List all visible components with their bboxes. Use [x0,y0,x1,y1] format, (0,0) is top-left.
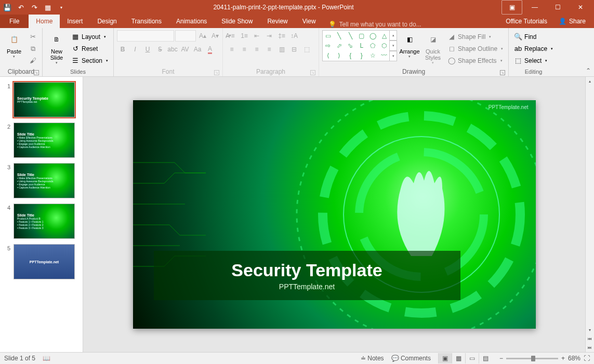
cut-button[interactable]: ✂ [27,31,39,42]
drawing-dialog-launcher[interactable]: ↘ [500,70,505,75]
decrease-indent-button[interactable]: ⇤ [251,30,262,42]
slide-thumbnail-panel[interactable]: 1 Security TemplatePPTTemplate.net 2 Sli… [0,77,83,352]
char-spacing-button[interactable]: AV [179,44,191,55]
align-left-button[interactable]: ≡ [226,44,237,55]
font-dialog-launcher[interactable]: ↘ [214,70,219,75]
sorter-view-button[interactable]: ▦ [452,353,465,363]
font-color-button[interactable]: A [204,44,216,55]
undo-icon[interactable]: ↶ [17,3,25,11]
italic-button[interactable]: I [129,44,141,55]
format-painter-button[interactable]: 🖌 [27,55,39,66]
slide-thumbnail-3[interactable]: Slide Title• Make Effective Presentation… [14,163,75,198]
zoom-out-button[interactable]: − [499,355,503,362]
paragraph-dialog-launcher[interactable]: ↘ [310,70,315,75]
maximize-button[interactable]: ☐ [547,0,568,15]
change-case-button[interactable]: Aa [192,44,203,55]
select-button[interactable]: ⬚Select ▾ [512,55,555,66]
tell-me-input[interactable] [339,21,443,28]
replace-button[interactable]: abReplace ▾ [512,43,555,54]
copy-button[interactable]: ⧉ [27,43,39,54]
bold-button[interactable]: B [117,44,128,55]
paste-button[interactable]: 📋 Paste ▾ [3,30,25,65]
shapes-gallery[interactable]: ▭╲╲▢◯△ ⇨⬀⬂L⬠⬡ ⟨⟩{}☆〰 [322,30,390,61]
shadow-button[interactable]: abc [167,44,178,55]
tab-transitions[interactable]: Transitions [124,15,169,28]
shape-effects-button[interactable]: ◯Shape Effects ▾ [445,55,505,66]
slide-counter[interactable]: Slide 1 of 5 [4,355,35,362]
quick-styles-button[interactable]: ◪ Quick Styles ▾ [422,30,444,65]
section-button[interactable]: ☰Section ▾ [69,55,110,66]
columns-button[interactable]: ▥ [276,44,287,55]
arrange-button[interactable]: ◧ Arrange ▾ [399,30,420,65]
slide-thumbnail-2[interactable]: Slide Title• Make Effective Presentation… [14,123,75,158]
tab-file[interactable]: File [0,15,29,28]
next-slide-icon[interactable]: ⏭ [586,343,594,352]
clear-formatting-icon[interactable]: A̶ [222,30,233,42]
tab-review[interactable]: Review [260,15,295,28]
tell-me-search[interactable]: 💡 [328,21,443,28]
tab-home[interactable]: Home [29,15,60,28]
text-direction-button[interactable]: ↕A [288,30,300,42]
slide-editor-area[interactable]: PPTTemplate.net Security Template PPTTem… [83,77,585,352]
normal-view-button[interactable]: ▣ [438,353,452,363]
reading-view-button[interactable]: ▭ [465,353,479,363]
scroll-up-icon[interactable]: ▴ [586,77,594,86]
shape-outline-button[interactable]: ◻Shape Outline ▾ [445,43,505,54]
start-from-beginning-icon[interactable]: ▦ [44,3,52,11]
title-text-box[interactable]: Security Template PPTTemplate.net [154,251,460,300]
qat-customize-icon[interactable]: ▾ [57,3,65,11]
find-button[interactable]: 🔍Find [512,31,555,42]
tab-view[interactable]: View [295,15,323,28]
strikethrough-button[interactable]: S̶ [154,44,166,55]
align-right-button[interactable]: ≡ [251,44,262,55]
notes-button[interactable]: ≐ Notes [361,355,384,362]
increase-indent-button[interactable]: ⇥ [263,30,275,42]
close-button[interactable]: ✕ [570,0,591,15]
tab-animations[interactable]: Animations [169,15,214,28]
decrease-font-icon[interactable]: A▾ [209,30,221,42]
font-family-combo[interactable] [117,30,174,42]
slide-thumbnail-5[interactable]: PPTTemplate.net [14,244,75,279]
tab-insert[interactable]: Insert [60,15,90,28]
slide-canvas[interactable]: PPTTemplate.net Security Template PPTTem… [133,100,536,329]
font-size-combo[interactable] [175,30,196,42]
bullets-button[interactable]: •≡ [226,30,237,42]
slide-subtitle[interactable]: PPTTemplate.net [279,282,335,291]
justify-button[interactable]: ≡ [263,44,275,55]
numbering-button[interactable]: 1≡ [239,30,250,42]
scroll-down-icon[interactable]: ▾ [586,326,594,334]
prev-slide-icon[interactable]: ⏮ [586,334,594,343]
minimize-button[interactable]: — [524,0,545,15]
zoom-level[interactable]: 68% [568,355,580,362]
collapse-ribbon-icon[interactable]: ⌃ [583,28,594,76]
new-slide-button[interactable]: 🗎 New Slide ▾ [46,30,68,65]
shape-fill-button[interactable]: ◢Shape Fill ▾ [445,31,505,42]
comments-button[interactable]: 💬 Comments [391,355,431,362]
layout-button[interactable]: ▦Layout ▾ [69,31,110,42]
ribbon-display-options-icon[interactable]: ▣ [501,0,522,15]
redo-icon[interactable]: ↷ [30,3,38,11]
align-center-button[interactable]: ≡ [239,44,250,55]
underline-button[interactable]: U [142,44,153,55]
slide-thumbnail-4[interactable]: Slide TitleProduct A Product B • Feature… [14,204,75,239]
zoom-in-button[interactable]: + [561,355,565,362]
tab-slideshow[interactable]: Slide Show [214,15,260,28]
increase-font-icon[interactable]: A▴ [197,30,208,42]
reset-button[interactable]: ↺Reset [69,43,110,54]
office-tutorials-link[interactable]: Office Tutorials [499,15,553,28]
smartart-button[interactable]: ⬚ [301,44,312,55]
line-spacing-button[interactable]: ‡≡ [276,30,287,42]
slide-title[interactable]: Security Template [231,260,382,280]
spell-check-icon[interactable]: 📖 [43,355,50,362]
shapes-gallery-scroll[interactable]: ▴▾▾ [390,30,397,61]
save-icon[interactable]: 💾 [3,3,11,11]
align-text-button[interactable]: ⊟ [288,44,300,55]
share-button[interactable]: 👤 Share [553,18,591,25]
slideshow-view-button[interactable]: ▤ [479,353,492,363]
tab-design[interactable]: Design [90,15,124,28]
fit-to-window-button[interactable]: ⛶ [584,355,590,362]
clipboard-dialog-launcher[interactable]: ↘ [34,70,39,75]
slide-thumbnail-1[interactable]: Security TemplatePPTTemplate.net [14,82,75,117]
vertical-scrollbar[interactable]: ▴ ▾ ⏮ ⏭ [585,77,594,352]
zoom-slider[interactable] [506,358,558,359]
